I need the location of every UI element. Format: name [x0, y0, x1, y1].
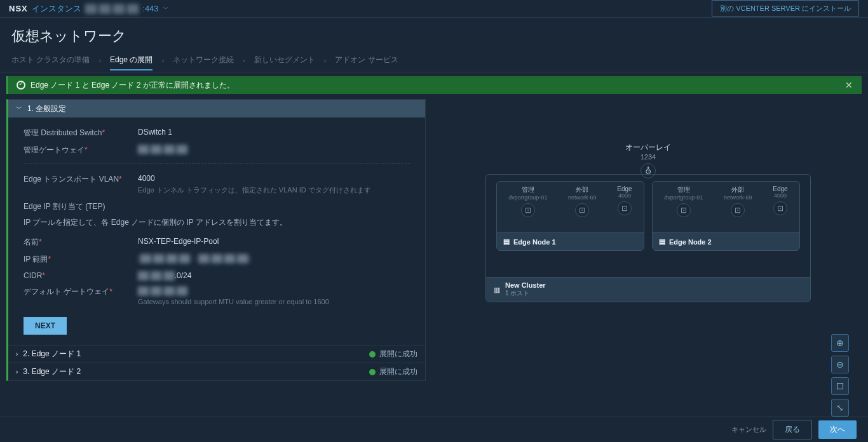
cluster-icon: ▥ — [494, 286, 500, 294]
next-footer-button[interactable]: 次へ — [818, 420, 857, 439]
back-button[interactable]: 戻る — [773, 420, 812, 439]
dswitch-value: DSwitch 1 — [138, 128, 410, 137]
top-bar: NSX インスタンス ██.██.██.██ :443 ﹀ 別の VCENTER… — [0, 0, 868, 18]
chevron-down-icon[interactable]: ﹀ — [163, 4, 169, 13]
status-dot-icon — [369, 369, 376, 375]
accordion-title: 1. 全般設定 — [27, 104, 66, 114]
chevron-right-icon: › — [243, 57, 245, 64]
port-icon: ⊡ — [677, 203, 691, 217]
cidr-label: CIDR* — [24, 271, 138, 280]
accordion-edge-node-2[interactable]: › 3. Edge ノード 2 展開に成功 — [8, 363, 425, 380]
chevron-right-icon: › — [16, 351, 18, 358]
bc-edge[interactable]: Edge の展開 — [110, 55, 153, 70]
bc-segment[interactable]: 新しいセグメント — [254, 55, 315, 65]
page-title: 仮想ネットワーク — [11, 27, 857, 46]
chevron-down-icon: ﹀ — [16, 104, 22, 113]
node-name: Edge Node 1 — [513, 238, 556, 246]
accordion-general-settings[interactable]: ﹀ 1. 全般設定 — [8, 100, 425, 117]
port-icon: ⊡ — [618, 201, 632, 215]
accordion-title: 3. Edge ノード 2 — [23, 366, 81, 377]
port-icon: ⊡ — [575, 203, 589, 217]
default-gateway-value: ██.██.██.██ Gateways should support MTU … — [138, 286, 410, 305]
mgmt-gateway-value: ██.██.██.██ — [138, 145, 410, 154]
cluster-host-count: 1 ホスト — [505, 289, 546, 298]
status-badge: 展開に成功 — [369, 366, 417, 377]
cluster-box: 管理dvportgroup-81⊡ 外部network-69⊡ Edge4000… — [485, 174, 811, 302]
port-edge: Edge4000⊡ — [773, 185, 787, 217]
instance-info: NSX インスタンス ██.██.██.██ :443 ﹀ — [9, 3, 169, 15]
cancel-link[interactable]: キャンセル — [731, 425, 766, 434]
chevron-right-icon: › — [98, 57, 101, 64]
banner-text: Edge ノード 1 と Edge ノード 2 が正常に展開されました。 — [31, 80, 234, 91]
mgmt-gateway-label: 管理ゲートウェイ* — [24, 145, 138, 156]
collapse-button[interactable]: ⤡ — [831, 399, 849, 417]
config-panel: ﹀ 1. 全般設定 管理 Distributed Switch* DSwitch… — [6, 99, 426, 381]
chevron-right-icon: › — [161, 57, 164, 64]
success-banner: Edge ノード 1 と Edge ノード 2 が正常に展開されました。 ✕ — [6, 76, 862, 94]
cluster-name-row: ▥ New Cluster 1 ホスト — [486, 277, 810, 302]
chevron-right-icon: › — [324, 57, 327, 64]
zoom-out-button[interactable]: ⊖ — [831, 356, 849, 373]
chevron-right-icon: › — [16, 368, 18, 375]
tep-description: IP プールを指定して、各 Edge ノードに個別の IP アドレスを割り当てま… — [24, 217, 410, 228]
node-name: Edge Node 2 — [669, 238, 712, 246]
port-mgmt: 管理dvportgroup-81⊡ — [508, 185, 547, 217]
port-edge: Edge4000⊡ — [617, 185, 632, 217]
instance-port: :443 — [142, 4, 158, 13]
nsx-logo: NSX — [9, 4, 28, 13]
status-badge: 展開に成功 — [369, 349, 417, 359]
server-icon: ▤ — [659, 238, 665, 246]
port-mgmt: 管理dvportgroup-81⊡ — [664, 185, 703, 217]
next-button[interactable]: NEXT — [24, 317, 67, 335]
dswitch-label: 管理 Distributed Switch* — [24, 128, 138, 138]
bc-addon[interactable]: アドオン サービス — [335, 55, 398, 65]
port-icon: ⊡ — [521, 203, 535, 217]
range-label: IP 範囲* — [24, 254, 138, 265]
default-gateway-help: Gateways should support MTU value greate… — [138, 298, 410, 305]
tep-heading: Edge IP 割り当て (TEP) — [24, 201, 410, 212]
vlan-help: Edge トンネル トラフィックは、指定された VLAN ID でタグ付けされま… — [138, 185, 410, 195]
fit-button[interactable] — [831, 377, 849, 395]
port-icon: ⊡ — [731, 203, 745, 217]
bc-network[interactable]: ネットワーク接続 — [173, 55, 234, 65]
cluster-name: New Cluster — [505, 281, 546, 289]
install-other-vcenter-button[interactable]: 別の VCENTER SERVER にインストール — [712, 0, 859, 17]
footer-bar: キャンセル 戻る 次へ — [0, 417, 868, 442]
accordion-title: 2. Edge ノード 1 — [23, 349, 81, 359]
title-row: 仮想ネットワーク — [0, 18, 868, 51]
topology-diagram: オーバーレイ 1234 ♁ 管理dvportgroup-81⊡ 外部networ… — [435, 99, 862, 381]
instance-value: ██.██.██.██ — [85, 4, 139, 13]
cidr-value: ██.██.████.██.██.0/24.0/24 — [138, 271, 410, 280]
instance-label: インスタンス — [32, 3, 81, 15]
vlan-label: Edge トランスポート VLAN* — [24, 174, 138, 185]
vlan-value: 4000 Edge トンネル トラフィックは、指定された VLAN ID でタグ… — [138, 174, 410, 195]
close-icon[interactable]: ✕ — [845, 80, 853, 90]
general-settings-body: 管理 Distributed Switch* DSwitch 1 管理ゲートウェ… — [8, 117, 425, 345]
name-label: 名前* — [24, 237, 138, 248]
default-gateway-label: デフォルト ゲートウェイ* — [24, 286, 138, 297]
edge-node-2-card: 管理dvportgroup-81⊡ 外部network-69⊡ Edge4000… — [652, 181, 800, 251]
status-dot-icon — [369, 351, 376, 358]
port-external: 外部network-69⊡ — [568, 185, 597, 217]
check-circle-icon — [17, 81, 25, 90]
edge-node-1-card: 管理dvportgroup-81⊡ 外部network-69⊡ Edge4000… — [496, 181, 644, 251]
zoom-in-button[interactable]: ⊕ — [831, 334, 849, 352]
server-icon: ▤ — [503, 238, 510, 246]
port-icon: ⊡ — [773, 201, 787, 215]
accordion-edge-node-1[interactable]: › 2. Edge ノード 1 展開に成功 — [8, 345, 425, 363]
name-value: NSX-TEP-Edge-IP-Pool — [138, 237, 410, 246]
range-value: (██.██.██.██ – ██.██.██.██) — [138, 254, 410, 263]
bc-hosts[interactable]: ホスト クラスタの準備 — [11, 55, 90, 65]
breadcrumb: ホスト クラスタの準備 › Edge の展開 › ネットワーク接続 › 新しいセ… — [0, 51, 868, 72]
port-external: 外部network-69⊡ — [724, 185, 752, 217]
